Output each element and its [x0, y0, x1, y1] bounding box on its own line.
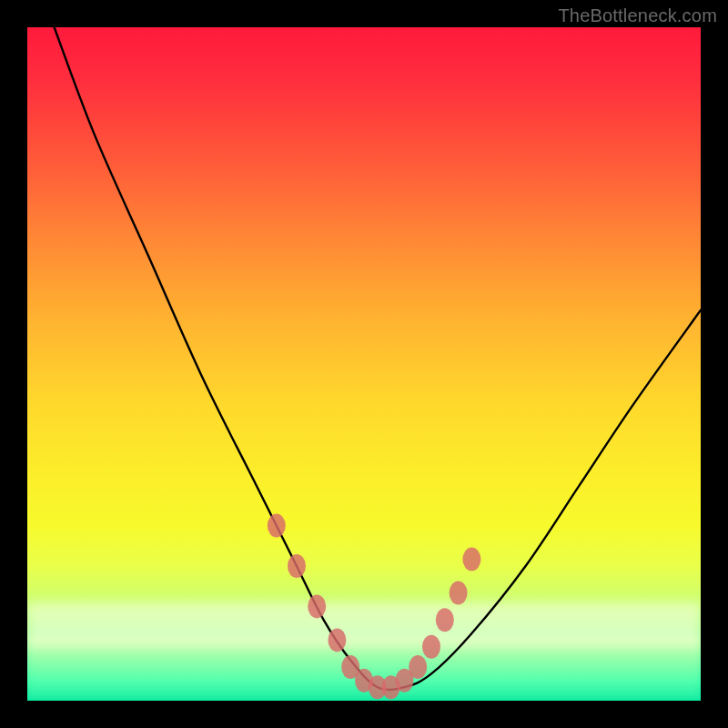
marker-dot	[422, 635, 440, 659]
marker-dot	[288, 554, 306, 578]
marker-dot	[436, 608, 454, 632]
marker-dot	[450, 581, 468, 605]
watermark-label: TheBottleneck.com	[558, 5, 717, 26]
bottleneck-curve	[27, 27, 701, 701]
marker-dot	[308, 594, 326, 618]
chart-frame: TheBottleneck.com	[0, 0, 728, 728]
marker-dot	[462, 548, 480, 571]
marker-dot	[268, 514, 286, 538]
marker-dot	[409, 655, 427, 679]
plot-area	[27, 27, 701, 701]
marker-dot	[328, 628, 346, 652]
